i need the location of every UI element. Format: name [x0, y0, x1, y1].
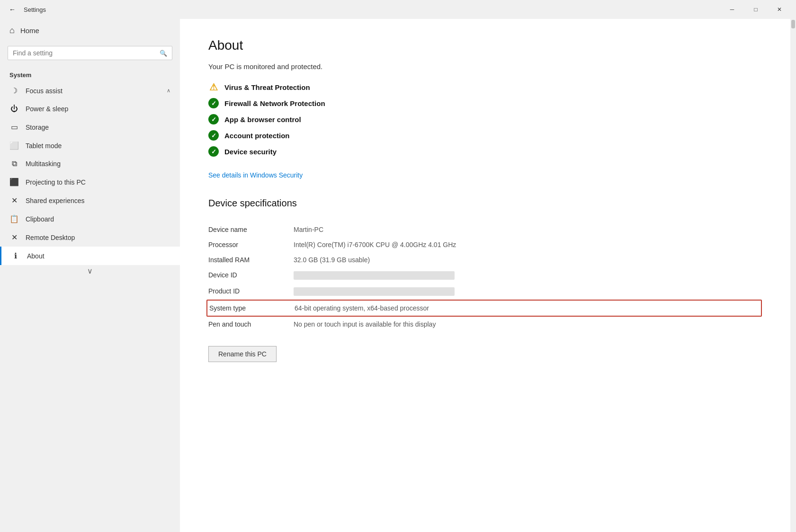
storage-icon: ▭ — [9, 123, 19, 132]
remote-desktop-icon: ✕ — [9, 233, 19, 242]
protection-label: Device security — [224, 148, 277, 156]
sidebar-item-projecting[interactable]: ⬛ Projecting to this PC — [0, 173, 180, 191]
spec-row: ProcessorIntel(R) Core(TM) i7-6700K CPU … — [208, 237, 762, 252]
sidebar-label-storage: Storage — [26, 124, 49, 131]
spec-row-highlighted: System type64-bit operating system, x64-… — [206, 300, 762, 317]
spec-label: Processor — [208, 241, 294, 248]
spec-value: 64-bit operating system, x64-based proce… — [295, 304, 761, 312]
scrollbar[interactable] — [790, 19, 796, 532]
power-sleep-icon: ⏻ — [9, 105, 19, 113]
spec-label: System type — [209, 304, 295, 312]
warning-icon: ⚠ — [208, 82, 219, 92]
spec-label: Pen and touch — [208, 320, 294, 328]
sidebar-section-system: System — [0, 68, 180, 81]
specs-table: Device nameMartin-PCProcessorIntel(R) Co… — [208, 222, 762, 332]
shared-experiences-icon: ✕ — [9, 196, 19, 205]
protection-item-firewall: ✓Firewall & Network Protection — [208, 95, 762, 111]
projecting-icon: ⬛ — [9, 177, 19, 186]
ok-icon: ✓ — [208, 114, 219, 124]
app-body: ⌂ Home 🔍 System ☽ Focus assist ∧ ⏻ Power… — [0, 19, 796, 532]
ok-icon: ✓ — [208, 146, 219, 157]
spec-value: 32.0 GB (31.9 GB usable) — [294, 256, 762, 264]
about-icon: ℹ — [11, 251, 20, 260]
home-icon: ⌂ — [9, 26, 15, 35]
ok-icon: ✓ — [208, 130, 219, 141]
tablet-mode-icon: ⬜ — [9, 141, 19, 150]
sidebar-label-focus-assist: Focus assist — [26, 87, 63, 95]
clipboard-icon: 📋 — [9, 214, 19, 223]
spec-value: No pen or touch input is available for t… — [294, 320, 762, 328]
ok-icon: ✓ — [208, 98, 219, 108]
focus-assist-icon: ☽ — [9, 86, 19, 95]
spec-value: ████████████████████████████ — [294, 271, 455, 280]
spec-label: Device ID — [208, 271, 294, 279]
spec-value: ████████████████████████████ — [294, 287, 455, 296]
spec-row: Installed RAM32.0 GB (31.9 GB usable) — [208, 252, 762, 267]
scrollbar-thumb[interactable] — [791, 20, 795, 28]
sidebar-item-home[interactable]: ⌂ Home — [0, 19, 180, 42]
page-title: About — [208, 38, 762, 53]
spec-label: Device name — [208, 226, 294, 233]
titlebar: ← Settings ─ □ ✕ — [0, 0, 796, 19]
sidebar-label-clipboard: Clipboard — [26, 215, 54, 223]
chevron-icon: ∧ — [167, 88, 170, 94]
protection-item-virus: ⚠Virus & Threat Protection — [208, 79, 762, 95]
spec-row: Device nameMartin-PC — [208, 222, 762, 237]
multitasking-icon: ⧉ — [9, 160, 19, 168]
protection-subtitle: Your PC is monitored and protected. — [208, 62, 762, 71]
titlebar-title: Settings — [24, 6, 46, 13]
protection-label: Virus & Threat Protection — [224, 83, 310, 91]
sidebar-label-tablet-mode: Tablet mode — [26, 142, 62, 150]
protection-item-account: ✓Account protection — [208, 127, 762, 143]
sidebar-nav: ☽ Focus assist ∧ ⏻ Power & sleep ▭ Stora… — [0, 81, 180, 265]
protection-item-device-security: ✓Device security — [208, 143, 762, 160]
sidebar-item-clipboard[interactable]: 📋 Clipboard — [0, 210, 180, 228]
protection-item-app-browser: ✓App & browser control — [208, 111, 762, 127]
window-controls: ─ □ ✕ — [721, 2, 790, 17]
main-content: About Your PC is monitored and protected… — [180, 19, 790, 532]
see-details-link[interactable]: See details in Windows Security — [208, 171, 303, 179]
rename-pc-button[interactable]: Rename this PC — [208, 346, 277, 362]
search-icon: 🔍 — [160, 50, 167, 57]
protection-label: App & browser control — [224, 115, 301, 124]
search-box[interactable]: 🔍 — [8, 46, 172, 60]
spec-row: Device ID████████████████████████████ — [208, 267, 762, 284]
sidebar-item-about[interactable]: ℹ About — [0, 247, 180, 265]
sidebar-label-power-sleep: Power & sleep — [26, 105, 68, 113]
sidebar-label-about: About — [27, 252, 45, 260]
spec-row: Product ID████████████████████████████ — [208, 284, 762, 300]
back-button[interactable]: ← — [6, 3, 19, 16]
sidebar-item-power-sleep[interactable]: ⏻ Power & sleep — [0, 100, 180, 118]
spec-label: Product ID — [208, 287, 294, 295]
sidebar: ⌂ Home 🔍 System ☽ Focus assist ∧ ⏻ Power… — [0, 19, 180, 532]
sidebar-item-storage[interactable]: ▭ Storage — [0, 118, 180, 136]
search-input[interactable] — [13, 49, 160, 57]
sidebar-label-multitasking: Multitasking — [26, 160, 61, 168]
sidebar-home-label: Home — [20, 27, 39, 35]
sidebar-label-remote-desktop: Remote Desktop — [26, 234, 75, 241]
close-button[interactable]: ✕ — [769, 2, 790, 17]
sidebar-label-shared-experiences: Shared experiences — [26, 197, 85, 204]
spec-value: Martin-PC — [294, 226, 762, 233]
spec-value: Intel(R) Core(TM) i7-6700K CPU @ 4.00GHz… — [294, 241, 762, 248]
sidebar-item-shared-experiences[interactable]: ✕ Shared experiences — [0, 191, 180, 210]
sidebar-item-multitasking[interactable]: ⧉ Multitasking — [0, 155, 180, 173]
sidebar-item-remote-desktop[interactable]: ✕ Remote Desktop — [0, 228, 180, 247]
sidebar-item-tablet-mode[interactable]: ⬜ Tablet mode — [0, 136, 180, 155]
spec-row: Pen and touchNo pen or touch input is av… — [208, 317, 762, 332]
specs-section-title: Device specifications — [208, 198, 762, 209]
minimize-button[interactable]: ─ — [721, 2, 743, 17]
sidebar-item-focus-assist[interactable]: ☽ Focus assist ∧ — [0, 81, 180, 100]
maximize-button[interactable]: □ — [745, 2, 767, 17]
sidebar-scroll-down[interactable]: ∨ — [0, 265, 180, 276]
sidebar-label-projecting: Projecting to this PC — [26, 178, 86, 186]
spec-label: Installed RAM — [208, 256, 294, 264]
protection-list: ⚠Virus & Threat Protection✓Firewall & Ne… — [208, 79, 762, 160]
protection-label: Account protection — [224, 132, 290, 140]
protection-label: Firewall & Network Protection — [224, 99, 325, 107]
